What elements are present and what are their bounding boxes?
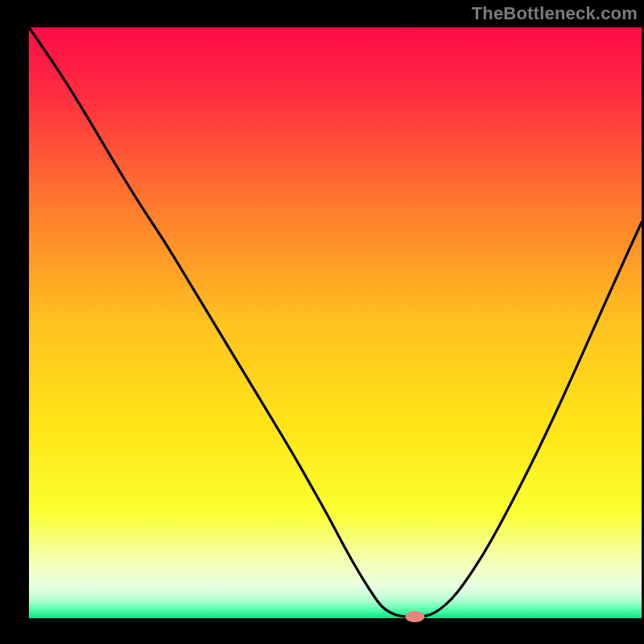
bottleneck-chart (0, 0, 644, 644)
watermark-text: TheBottleneck.com (472, 3, 638, 24)
optimal-point-marker (405, 611, 424, 622)
